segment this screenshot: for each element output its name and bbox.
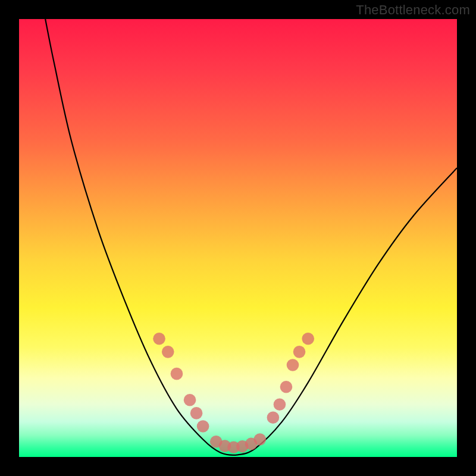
plot-area xyxy=(19,19,457,457)
chart-svg xyxy=(19,19,457,457)
data-dot xyxy=(153,333,165,345)
data-dot xyxy=(197,420,209,433)
data-dot xyxy=(267,411,280,424)
data-dot xyxy=(287,359,299,371)
data-dot xyxy=(293,346,306,358)
bottleneck-curve xyxy=(45,19,457,455)
watermark-text: TheBottleneck.com xyxy=(356,2,470,18)
data-dot xyxy=(184,394,196,406)
data-dot xyxy=(162,346,174,358)
data-dot xyxy=(302,333,314,345)
data-dot xyxy=(190,407,203,419)
data-dot xyxy=(274,398,286,411)
chart-frame: TheBottleneck.com xyxy=(0,0,476,476)
dots-group xyxy=(153,333,314,453)
data-dot xyxy=(253,433,266,446)
data-dot xyxy=(280,381,293,393)
data-dot xyxy=(171,368,183,380)
